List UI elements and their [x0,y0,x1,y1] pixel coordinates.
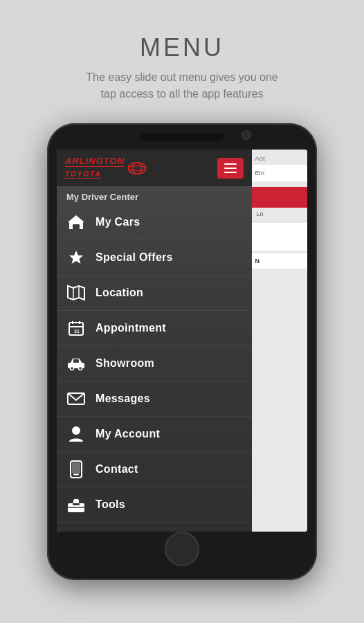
menu-items-list: My Cars Special Offers [57,205,252,532]
svg-marker-7 [68,286,84,300]
toolbox-icon [66,495,86,514]
map-icon [66,283,86,303]
svg-point-0 [128,162,145,174]
phone-camera [242,130,251,140]
brand-logo: ARLINGTON TOYOTA [65,156,147,179]
menu-panel: ARLINGTON TOYOTA [57,150,252,532]
menu-item-location[interactable]: Location [57,276,252,311]
svg-point-2 [128,165,145,170]
person-icon [66,424,86,444]
svg-rect-25 [73,503,80,505]
right-panel-n: N [252,253,307,269]
svg-marker-6 [69,251,83,264]
svg-point-16 [71,367,74,370]
tools-label: Tools [95,498,125,511]
right-panel-acc: Acc [252,150,307,165]
phone-icon [66,460,86,479]
page-subtitle: The easy slide out menu gives you one ta… [58,69,306,102]
brand-name: ARLINGTON TOYOTA [65,156,125,179]
svg-marker-4 [68,215,84,222]
menu-item-appointment[interactable]: 31 Appointment [57,311,252,346]
phone-screen: ARLINGTON TOYOTA [57,150,307,532]
svg-rect-18 [73,359,79,363]
svg-rect-5 [73,224,80,229]
hamburger-line-1 [224,163,237,165]
phone-device: ARLINGTON TOYOTA [47,123,317,580]
calendar-icon: 31 [66,318,86,338]
messages-label: Messages [95,392,150,405]
menu-item-contact[interactable]: Contact [57,452,252,487]
page-title: MENU [140,33,224,62]
toyota-logo-icon [127,161,147,175]
right-panel-lo: Lo [252,208,307,220]
appointment-label: Appointment [95,322,166,334]
menu-item-showroom[interactable]: Showroom [57,346,252,381]
menu-section-label: My Driver Center [57,186,252,205]
right-white-block [252,223,307,251]
hamburger-menu-button[interactable] [217,158,244,179]
menu-item-tools[interactable]: Tools [57,487,252,523]
brand-toyota: TOYOTA [65,170,102,178]
contact-label: Contact [95,463,138,476]
phone-speaker [140,133,224,141]
garage-icon [66,213,86,232]
svg-rect-22 [72,462,80,473]
right-panel-em: Em [252,165,307,181]
my-cars-label: My Cars [95,216,140,228]
envelope-icon [66,389,86,408]
brand-arlington: ARLINGTON [65,156,125,166]
right-red-button[interactable] [252,187,307,208]
svg-point-20 [72,426,80,435]
special-offers-label: Special Offers [95,251,173,264]
menu-item-my-cars[interactable]: My Cars [57,205,252,240]
right-panel: Acc Em Lo N [252,150,307,532]
my-account-label: My Account [95,428,160,440]
phone-home-button[interactable] [165,532,199,566]
menu-item-messages[interactable]: Messages [57,381,252,417]
hamburger-line-3 [224,172,237,173]
menu-header: ARLINGTON TOYOTA [57,150,252,186]
menu-item-my-account[interactable]: My Account [57,417,252,452]
showroom-label: Showroom [95,357,154,370]
hamburger-line-2 [224,168,237,169]
svg-point-1 [133,162,142,174]
menu-item-special-offers[interactable]: Special Offers [57,240,252,276]
svg-text:31: 31 [74,329,80,334]
phone-shell: ARLINGTON TOYOTA [47,123,317,580]
car-icon [66,354,86,373]
svg-point-17 [79,367,82,370]
location-label: Location [95,287,143,299]
star-icon [66,248,86,267]
